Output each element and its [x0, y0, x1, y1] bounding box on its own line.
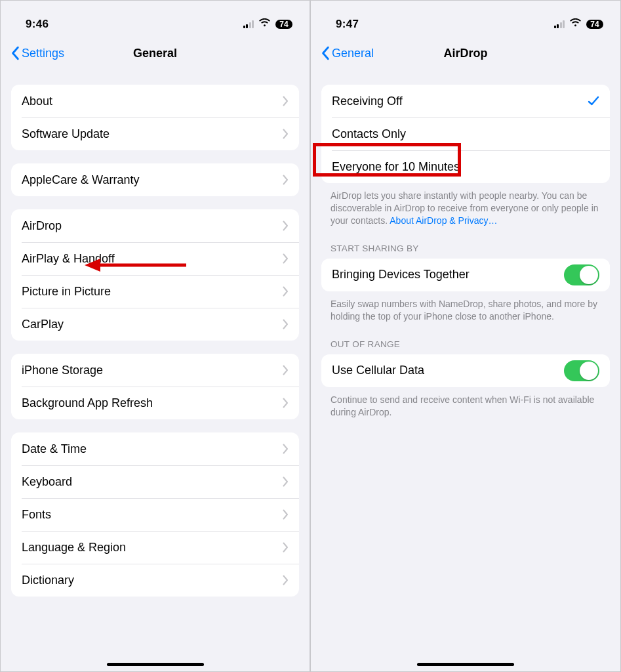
back-button[interactable]: General [317, 43, 378, 63]
settings-group: Date & Time Keyboard Fonts Language & Re… [11, 432, 299, 597]
status-bar: 9:46 74 [1, 1, 310, 39]
row-label: Picture in Picture [22, 285, 283, 299]
row-about[interactable]: About [11, 85, 299, 117]
airdrop-receiving-group: Receiving Off Contacts Only Everyone for… [321, 85, 610, 183]
row-airplay-handoff[interactable]: AirPlay & Handoff [11, 242, 299, 275]
chevron-right-icon [283, 319, 289, 329]
chevron-right-icon [283, 575, 289, 585]
row-background-app-refresh[interactable]: Background App Refresh [11, 387, 299, 419]
row-label: Date & Time [22, 442, 283, 456]
option-receiving-off[interactable]: Receiving Off [321, 85, 610, 117]
status-time: 9:46 [26, 18, 49, 31]
cellular-description: Continue to send and receive content whe… [311, 387, 620, 419]
about-airdrop-privacy-link[interactable]: About AirDrop & Privacy… [390, 215, 497, 226]
row-software-update[interactable]: Software Update [11, 117, 299, 150]
chevron-right-icon [283, 129, 289, 139]
battery-level-icon: 74 [586, 20, 603, 29]
settings-group: About Software Update [11, 85, 299, 150]
settings-group: iPhone Storage Background App Refresh [11, 354, 299, 419]
row-label: Background App Refresh [22, 396, 283, 410]
chevron-right-icon [283, 476, 289, 487]
chevron-right-icon [283, 444, 289, 454]
row-iphone-storage[interactable]: iPhone Storage [11, 354, 299, 387]
row-label: Software Update [22, 127, 283, 141]
chevron-right-icon [283, 365, 289, 375]
section-header-out-of-range: Out of Range [311, 323, 620, 352]
chevron-right-icon [283, 175, 289, 185]
wifi-icon [569, 18, 582, 30]
row-label: Use Cellular Data [332, 364, 564, 377]
chevron-right-icon [283, 398, 289, 408]
chevron-right-icon [283, 286, 289, 297]
nav-bar: General AirDrop [311, 39, 620, 68]
row-label: Receiving Off [332, 94, 588, 108]
settings-group: AirDrop AirPlay & Handoff Picture in Pic… [11, 209, 299, 341]
row-language-region[interactable]: Language & Region [11, 531, 299, 564]
row-label: Language & Region [22, 541, 283, 555]
cellular-signal-icon [554, 20, 565, 28]
row-label: Everyone for 10 Minutes [332, 160, 599, 174]
checkmark-icon [588, 95, 599, 107]
row-bringing-devices-together[interactable]: Bringing Devices Together [321, 259, 610, 291]
toggle-switch[interactable] [564, 360, 599, 381]
chevron-right-icon [283, 96, 289, 106]
status-time: 9:47 [336, 18, 359, 31]
row-keyboard[interactable]: Keyboard [11, 465, 299, 498]
option-everyone-10-min[interactable]: Everyone for 10 Minutes [321, 150, 610, 183]
screen-airdrop-settings: 9:47 74 General AirDrop Receiving Off Co… [310, 0, 621, 672]
chevron-right-icon [283, 253, 289, 264]
status-icons: 74 [554, 18, 604, 30]
cellular-signal-icon [243, 20, 254, 28]
home-indicator [107, 663, 204, 666]
back-button-label: General [332, 47, 374, 60]
row-label: Fonts [22, 508, 283, 522]
nav-bar: Settings General [1, 39, 310, 68]
sharing-description: Easily swap numbers with NameDrop, share… [311, 291, 620, 323]
row-label: About [22, 94, 283, 108]
row-airdrop[interactable]: AirDrop [11, 209, 299, 242]
row-label: Dictionary [22, 574, 283, 587]
row-label: AirPlay & Handoff [22, 252, 283, 266]
status-bar: 9:47 74 [311, 1, 620, 39]
row-fonts[interactable]: Fonts [11, 498, 299, 531]
row-label: Contacts Only [332, 127, 599, 141]
screen-general-settings: 9:46 74 Settings General About Software … [0, 0, 310, 672]
chevron-right-icon [283, 542, 289, 553]
row-label: Bringing Devices Together [332, 268, 564, 282]
wifi-icon [258, 18, 271, 30]
row-label: AirDrop [22, 219, 283, 233]
chevron-right-icon [283, 509, 289, 520]
row-carplay[interactable]: CarPlay [11, 308, 299, 341]
status-icons: 74 [243, 18, 293, 30]
battery-level-icon: 74 [275, 20, 292, 29]
row-label: CarPlay [22, 318, 283, 331]
chevron-right-icon [283, 220, 289, 231]
row-applecare-warranty[interactable]: AppleCare & Warranty [11, 163, 299, 196]
airdrop-description: AirDrop lets you share instantly with pe… [311, 183, 620, 227]
back-button[interactable]: Settings [7, 43, 68, 63]
row-use-cellular-data[interactable]: Use Cellular Data [321, 354, 610, 387]
back-button-label: Settings [22, 47, 64, 60]
row-label: iPhone Storage [22, 364, 283, 377]
row-dictionary[interactable]: Dictionary [11, 564, 299, 597]
toggle-switch[interactable] [564, 264, 599, 285]
row-picture-in-picture[interactable]: Picture in Picture [11, 275, 299, 308]
home-indicator [417, 663, 514, 666]
row-label: AppleCare & Warranty [22, 173, 283, 187]
cellular-group: Use Cellular Data [321, 354, 610, 387]
sharing-group: Bringing Devices Together [321, 259, 610, 291]
settings-group: AppleCare & Warranty [11, 163, 299, 196]
row-label: Keyboard [22, 475, 283, 489]
row-date-time[interactable]: Date & Time [11, 432, 299, 465]
section-header-sharing: Start Sharing By [311, 227, 620, 256]
option-contacts-only[interactable]: Contacts Only [321, 117, 610, 150]
